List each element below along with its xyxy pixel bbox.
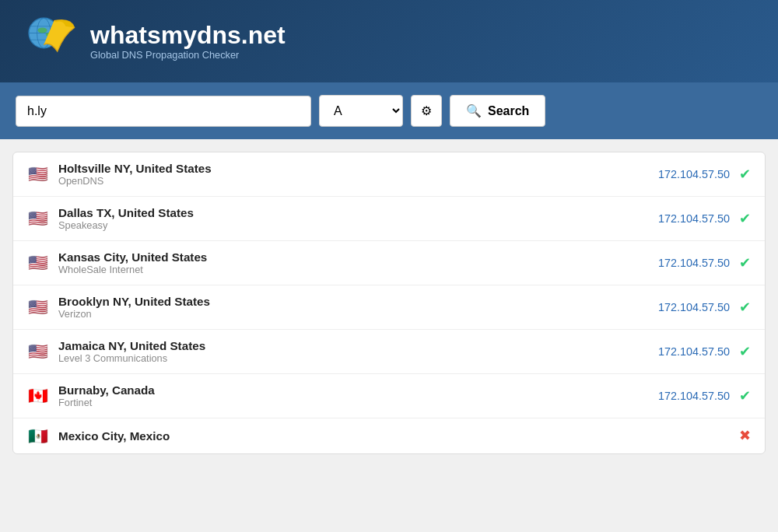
- status-check-icon: ✔: [739, 211, 751, 227]
- isp-name: Speakeasy: [58, 219, 658, 231]
- location-name: Burnaby, Canada: [58, 383, 658, 397]
- ip-address: 172.104.57.50: [658, 257, 730, 269]
- status-cross-icon: ✖: [739, 428, 751, 444]
- ip-address: 172.104.57.50: [658, 345, 730, 358]
- country-flag: 🇺🇸: [27, 211, 49, 226]
- location-name: Brooklyn NY, United States: [58, 295, 658, 308]
- isp-name: Level 3 Communications: [58, 352, 658, 364]
- search-button-label: Search: [488, 104, 529, 118]
- table-row: 🇺🇸 Dallas TX, United States Speakeasy 17…: [13, 197, 765, 241]
- dns-type-select[interactable]: A AAAA CNAME MX NS SOA SRV TXT: [319, 95, 403, 127]
- gear-icon: ⚙: [421, 103, 432, 118]
- search-input[interactable]: [16, 96, 311, 127]
- isp-name: Fortinet: [58, 397, 658, 408]
- location-info: Dallas TX, United States Speakeasy: [58, 206, 658, 231]
- status-check-icon: ✔: [739, 388, 751, 404]
- isp-name: Verizon: [58, 308, 658, 320]
- results-container: 🇺🇸 Holtsville NY, United States OpenDNS …: [12, 152, 766, 454]
- site-tagline: Global DNS Propagation Checker: [90, 49, 286, 61]
- site-branding: whatsmydns.net Global DNS Propagation Ch…: [90, 22, 286, 61]
- table-row: 🇺🇸 Kansas City, United States WholeSale …: [13, 241, 765, 285]
- settings-button[interactable]: ⚙: [411, 95, 442, 127]
- ip-address: 172.104.57.50: [658, 168, 730, 180]
- site-name: whatsmydns.net: [90, 22, 286, 49]
- location-name: Kansas City, United States: [58, 250, 658, 264]
- location-info: Holtsville NY, United States OpenDNS: [58, 162, 658, 187]
- isp-name: WholeSale Internet: [58, 264, 658, 275]
- ip-address: 172.104.57.50: [658, 390, 730, 402]
- ip-address: 172.104.57.50: [658, 301, 730, 313]
- svg-point-5: [37, 28, 47, 33]
- location-name: Dallas TX, United States: [58, 206, 658, 219]
- table-row: 🇺🇸 Brooklyn NY, United States Verizon 17…: [13, 285, 765, 330]
- status-check-icon: ✔: [739, 255, 751, 271]
- country-flag: 🇺🇸: [27, 299, 49, 315]
- location-name: Mexico City, Mexico: [58, 429, 739, 443]
- table-row: 🇨🇦 Burnaby, Canada Fortinet 172.104.57.5…: [13, 374, 765, 418]
- country-flag: 🇺🇸: [27, 255, 49, 271]
- site-logo: [23, 14, 78, 68]
- location-info: Kansas City, United States WholeSale Int…: [58, 250, 658, 275]
- isp-name: OpenDNS: [58, 175, 658, 187]
- status-check-icon: ✔: [739, 299, 751, 316]
- country-flag: 🇲🇽: [27, 429, 49, 444]
- table-row: 🇺🇸 Holtsville NY, United States OpenDNS …: [13, 152, 765, 197]
- country-flag: 🇨🇦: [27, 388, 49, 404]
- search-bar: A AAAA CNAME MX NS SOA SRV TXT ⚙ 🔍 Searc…: [0, 82, 778, 139]
- location-info: Mexico City, Mexico: [58, 429, 739, 443]
- location-info: Burnaby, Canada Fortinet: [58, 383, 658, 408]
- table-row: 🇺🇸 Jamaica NY, United States Level 3 Com…: [13, 330, 765, 374]
- status-check-icon: ✔: [739, 166, 751, 183]
- location-name: Jamaica NY, United States: [58, 339, 658, 352]
- ip-address: 172.104.57.50: [658, 212, 730, 225]
- location-info: Brooklyn NY, United States Verizon: [58, 295, 658, 320]
- page-header: whatsmydns.net Global DNS Propagation Ch…: [0, 0, 778, 82]
- search-icon: 🔍: [466, 103, 482, 118]
- country-flag: 🇺🇸: [27, 166, 49, 182]
- location-info: Jamaica NY, United States Level 3 Commun…: [58, 339, 658, 364]
- status-check-icon: ✔: [739, 344, 751, 360]
- search-button[interactable]: 🔍 Search: [450, 95, 545, 127]
- country-flag: 🇺🇸: [27, 344, 49, 359]
- table-row: 🇲🇽 Mexico City, Mexico ✖: [13, 418, 765, 453]
- location-name: Holtsville NY, United States: [58, 162, 658, 175]
